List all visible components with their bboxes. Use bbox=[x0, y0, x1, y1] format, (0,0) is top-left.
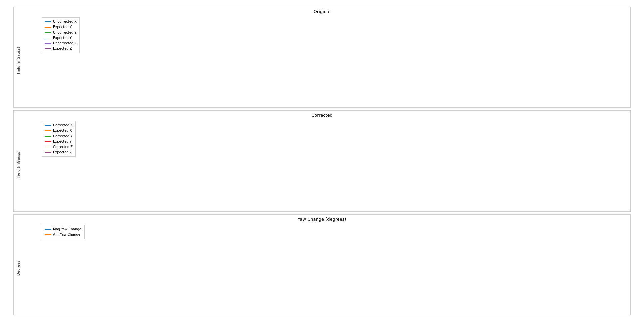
original-panel: Original Field (mGauss) Uncorrected XExp… bbox=[13, 7, 631, 108]
legend-item: Expected Z bbox=[45, 46, 77, 51]
corrected-y-label: Field (mGauss) bbox=[14, 118, 23, 203]
yaw-panel: Yaw Change (degrees) Degrees Mag Yaw Cha… bbox=[13, 214, 631, 315]
x-tick-label: 1500 bbox=[498, 203, 506, 207]
yaw-title: Yaw Change (degrees) bbox=[14, 215, 630, 222]
x-tick-label: 1750 bbox=[578, 99, 586, 103]
legend-color-swatch bbox=[45, 125, 51, 126]
legend-label: Expected Y bbox=[53, 35, 72, 41]
yaw-chart-area: Degrees Mag Yaw ChangeATT Yaw Change bbox=[14, 222, 630, 307]
yaw-chart-inner: Mag Yaw ChangeATT Yaw Change bbox=[23, 222, 630, 307]
legend-color-swatch bbox=[45, 38, 51, 38]
legend-label: Mag Yaw Change bbox=[53, 227, 82, 232]
legend-label: ATT Yaw Change bbox=[53, 232, 80, 237]
x-tick-label: 1250 bbox=[418, 99, 427, 103]
legend-item: ATT Yaw Change bbox=[45, 232, 82, 237]
x-tick-label: 250 bbox=[100, 203, 106, 207]
original-legend: Uncorrected XExpected XUncorrected YExpe… bbox=[42, 17, 80, 53]
legend-label: Corrected X bbox=[53, 123, 73, 128]
corrected-panel: Corrected Field (mGauss) Corrected XExpe… bbox=[13, 110, 631, 211]
legend-color-swatch bbox=[45, 130, 51, 131]
legend-item: Expected Y bbox=[45, 139, 73, 144]
legend-item: Expected Z bbox=[45, 150, 73, 155]
legend-item: Uncorrected Y bbox=[45, 30, 77, 35]
corrected-title: Corrected bbox=[14, 111, 630, 118]
x-tick-label: 1750 bbox=[578, 307, 586, 311]
x-axis-inner: 02505007501000125015001750 bbox=[23, 203, 630, 210]
x-tick-label: 0 bbox=[22, 203, 24, 207]
legend-item: Corrected Z bbox=[45, 144, 73, 150]
x-tick-label: 1750 bbox=[578, 203, 586, 207]
x-tick-label: 500 bbox=[180, 307, 186, 311]
legend-color-swatch bbox=[45, 27, 51, 28]
main-container: Original Field (mGauss) Uncorrected XExp… bbox=[0, 0, 644, 322]
corrected-chart-inner: Corrected XExpected XCorrected YExpected… bbox=[23, 118, 630, 203]
x-tick-label: 500 bbox=[180, 99, 186, 103]
legend-color-swatch bbox=[45, 141, 51, 142]
x-tick-label: 750 bbox=[260, 203, 266, 207]
corrected-legend: Corrected XExpected XCorrected YExpected… bbox=[42, 121, 76, 157]
original-chart-area: Field (mGauss) Uncorrected XExpected XUn… bbox=[14, 15, 630, 99]
legend-item: Corrected X bbox=[45, 123, 73, 128]
x-tick-label: 250 bbox=[100, 307, 106, 311]
legend-color-swatch bbox=[45, 43, 51, 44]
x-axis-inner: 02505007501000125015001750 bbox=[23, 99, 630, 106]
legend-item: Uncorrected Z bbox=[45, 41, 77, 46]
legend-label: Uncorrected X bbox=[53, 19, 77, 24]
yaw-x-axis: 02505007501000125015001750 bbox=[23, 307, 630, 315]
x-tick-label: 0 bbox=[22, 307, 24, 311]
legend-item: Mag Yaw Change bbox=[45, 227, 82, 232]
original-x-axis: 02505007501000125015001750 bbox=[23, 99, 630, 107]
legend-color-swatch bbox=[45, 48, 51, 49]
x-tick-label: 750 bbox=[260, 307, 266, 311]
legend-color-swatch bbox=[45, 152, 51, 153]
legend-color-swatch bbox=[45, 229, 51, 230]
x-axis-inner: 02505007501000125015001750 bbox=[23, 307, 630, 314]
corrected-canvas bbox=[23, 118, 630, 203]
legend-label: Uncorrected Y bbox=[53, 30, 76, 35]
x-tick-label: 0 bbox=[22, 99, 24, 103]
legend-color-swatch bbox=[45, 147, 51, 147]
x-tick-label: 1000 bbox=[338, 307, 347, 311]
original-chart-inner: Uncorrected XExpected XUncorrected YExpe… bbox=[23, 15, 630, 99]
x-tick-label: 1500 bbox=[498, 99, 506, 103]
legend-label: Corrected Z bbox=[53, 144, 73, 150]
legend-label: Expected X bbox=[53, 128, 72, 133]
corrected-x-axis: 02505007501000125015001750 bbox=[23, 203, 630, 211]
x-tick-label: 500 bbox=[180, 203, 186, 207]
yaw-y-label: Degrees bbox=[14, 222, 23, 307]
original-canvas bbox=[23, 15, 630, 99]
legend-label: Expected Y bbox=[53, 139, 72, 144]
legend-color-swatch bbox=[45, 21, 51, 22]
x-tick-label: 1000 bbox=[338, 99, 347, 103]
original-title: Original bbox=[14, 7, 630, 15]
legend-color-swatch bbox=[45, 32, 51, 33]
legend-item: Expected Y bbox=[45, 35, 77, 41]
legend-item: Uncorrected X bbox=[45, 19, 77, 24]
x-tick-label: 1250 bbox=[418, 203, 427, 207]
legend-item: Expected X bbox=[45, 24, 77, 30]
x-tick-label: 1250 bbox=[418, 307, 427, 311]
legend-label: Uncorrected Z bbox=[53, 41, 77, 46]
legend-item: Expected X bbox=[45, 128, 73, 133]
yaw-canvas bbox=[23, 222, 630, 307]
x-tick-label: 750 bbox=[260, 99, 266, 103]
legend-label: Expected Z bbox=[53, 150, 72, 155]
legend-label: Expected Z bbox=[53, 46, 72, 51]
original-y-label: Field (mGauss) bbox=[14, 15, 23, 99]
x-tick-label: 250 bbox=[100, 99, 106, 103]
legend-color-swatch bbox=[45, 136, 51, 137]
corrected-chart-area: Field (mGauss) Corrected XExpected XCorr… bbox=[14, 118, 630, 203]
legend-label: Corrected Y bbox=[53, 133, 72, 139]
yaw-legend: Mag Yaw ChangeATT Yaw Change bbox=[42, 225, 85, 239]
legend-item: Corrected Y bbox=[45, 133, 73, 139]
legend-label: Expected X bbox=[53, 24, 72, 30]
legend-color-swatch bbox=[45, 234, 51, 235]
x-tick-label: 1000 bbox=[338, 203, 347, 207]
x-tick-label: 1500 bbox=[498, 307, 506, 311]
